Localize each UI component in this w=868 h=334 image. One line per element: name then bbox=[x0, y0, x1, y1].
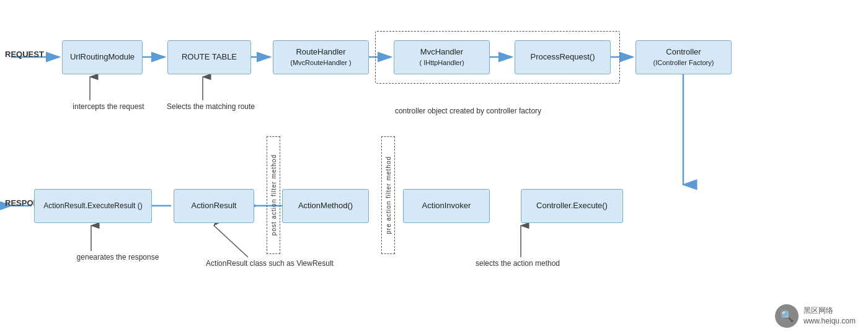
post-action-filter-label: post action filter method bbox=[270, 154, 277, 235]
request-label: REQUEST bbox=[5, 50, 44, 59]
mvc-handler-box: MvcHandler( IHttpHandler) bbox=[394, 40, 490, 74]
selects-action-label: selects the action method bbox=[456, 259, 580, 268]
watermark: 🔍 黑区网络 www.heiqu.com bbox=[775, 304, 856, 328]
action-result-execute-box: ActionResult.ExecuteResult () bbox=[34, 189, 152, 223]
svg-line-20 bbox=[214, 226, 248, 257]
process-request-box: ProcessRequest() bbox=[515, 40, 611, 74]
post-action-filter-box: post action filter method bbox=[267, 136, 280, 254]
controller-created-label: controller object created by controller … bbox=[366, 107, 570, 115]
route-handler-box: RouteHandler(MvcRouteHandler ) bbox=[273, 40, 369, 74]
route-table-box: ROUTE TABLE bbox=[167, 40, 251, 74]
mvc-flow-diagram: REQUEST RESPONSE UrlRoutingModule ROUTE … bbox=[0, 0, 868, 334]
url-routing-module-box: UrlRoutingModule bbox=[62, 40, 143, 74]
action-result-box: ActionResult bbox=[174, 189, 254, 223]
watermark-icon: 🔍 bbox=[775, 304, 799, 328]
watermark-text: 黑区网络 www.heiqu.com bbox=[804, 305, 856, 327]
actionresult-class-label: ActionResult class such as ViewResult bbox=[192, 259, 347, 268]
pre-action-filter-box: pre action filter method bbox=[381, 136, 395, 254]
action-method-box: ActionMethod() bbox=[282, 189, 369, 223]
controller-execute-box: Controller.Execute() bbox=[521, 189, 623, 223]
action-invoker-box: ActionInvoker bbox=[403, 189, 490, 223]
controller-box: Controller(IController Factory) bbox=[636, 40, 732, 74]
pre-action-filter-label: pre action filter method bbox=[385, 156, 392, 234]
generates-response-label: genearates the response bbox=[56, 253, 180, 261]
selects-route-label: Selects the matching route bbox=[152, 102, 270, 111]
